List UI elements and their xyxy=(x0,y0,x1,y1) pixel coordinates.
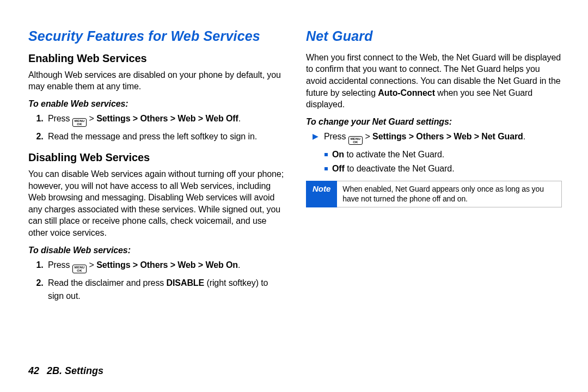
breadcrumb: Settings > Others > Web > Web On xyxy=(96,260,238,270)
text: Off to deactivate the Net Guard. xyxy=(332,162,454,175)
right-column: Net Guard When you first connect to the … xyxy=(306,28,562,362)
section-heading-security: Security Features for Web Services xyxy=(28,28,284,44)
text-bold: Auto-Connect xyxy=(378,88,435,97)
menu-ok-key-icon: MENUOK xyxy=(72,118,87,127)
option-on: On to activate the Net Guard. xyxy=(324,148,562,161)
note-box: Note When enabled, Net Guard appears onl… xyxy=(306,181,562,207)
text: Press xyxy=(48,260,72,270)
enable-step-1: Press MENUOK > Settings > Others > Web >… xyxy=(46,112,284,127)
text: > xyxy=(87,114,96,123)
text: Press xyxy=(48,114,72,123)
text: > xyxy=(87,260,96,270)
text: Press MENUOK > Settings > Others > Web >… xyxy=(324,130,525,145)
subheading-disabling: Disabling Web Services xyxy=(28,151,284,164)
para-netguard: When you first connect to the Web, the N… xyxy=(306,52,562,111)
manual-page: Security Features for Web Services Enabl… xyxy=(0,0,588,392)
breadcrumb: Settings > Others > Web > Web Off xyxy=(96,114,238,123)
page-footer: 42 2B. Settings xyxy=(28,362,562,377)
subhead-enable-steps: To enable Web services: xyxy=(28,99,284,109)
subhead-disable-steps: To disable Web services: xyxy=(28,246,284,255)
text-bold: DISABLE xyxy=(167,278,205,287)
text: Read the disclaimer and press xyxy=(48,278,167,287)
note-content: When enabled, Net Guard appears only onc… xyxy=(337,181,562,207)
text: . xyxy=(238,260,240,270)
para-disabling: You can disable Web services again witho… xyxy=(28,168,284,239)
footer-section-label: 2B. Settings xyxy=(47,365,103,377)
left-column: Security Features for Web Services Enabl… xyxy=(28,28,284,362)
option-off: Off to deactivate the Net Guard. xyxy=(324,162,562,175)
menu-ok-key-icon: MENUOK xyxy=(348,136,363,145)
breadcrumb: Settings > Others > Web > Net Guard xyxy=(372,132,523,141)
para-enabling: Although Web services are disabled on yo… xyxy=(28,69,284,93)
arrow-icon: ▶ xyxy=(313,130,318,142)
text: . xyxy=(238,114,241,123)
disable-step-2: Read the disclaimer and press DISABLE (r… xyxy=(46,277,284,303)
subhead-netguard-steps: To change your Net Guard settings: xyxy=(306,117,562,127)
netguard-step: ▶ Press MENUOK > Settings > Others > Web… xyxy=(313,130,562,145)
subheading-enabling: Enabling Web Services xyxy=(28,52,284,65)
page-number: 42 xyxy=(28,365,39,377)
square-bullet-icon xyxy=(324,167,328,170)
menu-ok-key-icon: MENUOK xyxy=(72,265,87,273)
note-label: Note xyxy=(306,181,337,207)
disable-steps: Press MENUOK > Settings > Others > Web >… xyxy=(28,259,284,303)
enable-step-2: Read the message and press the left soft… xyxy=(46,130,284,143)
section-heading-netguard: Net Guard xyxy=(306,28,562,44)
enable-steps: Press MENUOK > Settings > Others > Web >… xyxy=(28,112,284,143)
netguard-options: On to activate the Net Guard. Off to dea… xyxy=(324,148,562,175)
text: On to activate the Net Guard. xyxy=(332,148,444,161)
square-bullet-icon xyxy=(324,153,328,156)
two-column-layout: Security Features for Web Services Enabl… xyxy=(28,28,562,362)
disable-step-1: Press MENUOK > Settings > Others > Web >… xyxy=(46,259,284,273)
